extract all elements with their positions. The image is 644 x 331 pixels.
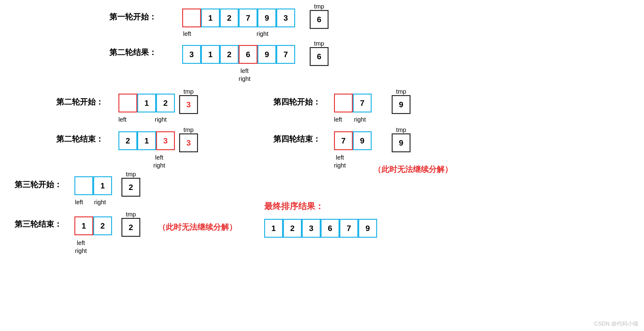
round2start-label: 第二轮开始：: [56, 97, 104, 107]
round4end-label: 第四轮结束：: [273, 134, 321, 144]
round3end-tmp-box: 2: [121, 218, 140, 237]
r2res-4: 9: [257, 45, 276, 64]
watermark: CSDN @代码小猿: [594, 320, 639, 327]
round3end-label: 第三轮结束：: [15, 219, 62, 229]
round1-left-label: left: [183, 30, 191, 38]
r2res-5: 7: [276, 45, 295, 64]
round1-cell-3: 7: [239, 9, 257, 27]
round4end-tmp-box: 9: [392, 133, 411, 152]
r4s-0: [334, 94, 353, 112]
r2e-2: 3: [156, 131, 175, 150]
round4start-right-label: right: [354, 116, 366, 123]
round4end-array: 7 9: [334, 131, 372, 150]
round2result-tmp-box: 6: [310, 47, 329, 66]
round2end-leftright-label: left right: [153, 153, 165, 169]
final-2: 3: [302, 219, 321, 238]
round3start-array: 1: [74, 176, 112, 195]
final-1: 2: [283, 219, 302, 238]
round3-note: （此时无法继续分解）: [158, 222, 237, 233]
r3e-1: 2: [93, 216, 112, 235]
r3e-0: 1: [74, 216, 93, 235]
round4start-array: 7: [334, 94, 372, 112]
final-array: 1 2 3 6 7 9: [264, 219, 377, 238]
round4start-tmp-box: 9: [392, 95, 411, 114]
round1-tmp-label: tmp 6: [310, 3, 329, 29]
r2res-3: 6: [239, 45, 257, 64]
round3end-array: 1 2: [74, 216, 112, 235]
round2result-leftright-label: left right: [239, 67, 250, 83]
round1-label: 第一轮开始：: [109, 12, 157, 22]
round4end-leftright-label: left right: [334, 153, 346, 169]
round2start-right-label: right: [155, 116, 167, 123]
round2end-label: 第二轮结束：: [56, 134, 104, 144]
round1-cell-0: [182, 9, 201, 27]
round1-tmp-box: 6: [310, 10, 329, 29]
round1-cell-4: 9: [257, 9, 276, 27]
r4e-0: 7: [334, 131, 353, 150]
final-0: 1: [264, 219, 283, 238]
round2start-tmp-box: 3: [179, 95, 198, 114]
r4e-1: 9: [353, 131, 372, 150]
round4end-tmp-label: tmp 9: [392, 126, 411, 152]
round3start-right-label: right: [94, 198, 106, 206]
round2result-array: 3 1 2 6 9 7: [182, 45, 295, 64]
final-4: 7: [339, 219, 358, 238]
round4start-tmp-label: tmp 9: [392, 88, 411, 114]
r4s-1: 7: [353, 94, 372, 112]
round2start-array: 1 2: [118, 94, 175, 112]
r2e-1: 1: [137, 131, 156, 150]
r2e-0: 2: [118, 131, 137, 150]
round3end-leftright-label: left right: [75, 239, 87, 255]
r2s-2: 2: [156, 94, 175, 112]
round2end-array: 2 1 3: [118, 131, 175, 150]
round2start-tmp-label: tmp 3: [179, 88, 198, 114]
round3start-tmp-box: 2: [121, 178, 140, 197]
round2end-tmp-label: tmp 3: [179, 126, 198, 152]
round4start-label: 第四轮开始：: [273, 97, 321, 107]
round3start-tmp-label: tmp 2: [121, 171, 140, 197]
round1-cell-5: 3: [276, 9, 295, 27]
r2s-1: 1: [137, 94, 156, 112]
r3s-0: [74, 176, 93, 195]
round2result-label: 第二轮结果：: [109, 47, 157, 58]
round3start-label: 第三轮开始：: [15, 179, 62, 190]
round3end-tmp-label: tmp 2: [121, 211, 140, 237]
round1-right-label: right: [257, 30, 268, 38]
round2end-tmp-box: 3: [179, 133, 198, 152]
r2res-2: 2: [220, 45, 239, 64]
final-5: 9: [358, 219, 377, 238]
round3start-left-label: left: [75, 198, 83, 206]
r2res-0: 3: [182, 45, 201, 64]
round1-cell-2: 2: [220, 9, 239, 27]
round4start-left-label: left: [334, 116, 342, 123]
round2start-left-label: left: [118, 116, 127, 123]
final-3: 6: [321, 219, 339, 238]
round4-note: （此时无法继续分解）: [373, 164, 452, 175]
round2result-tmp-label: tmp 6: [310, 40, 329, 66]
round1-cell-1: 1: [201, 9, 220, 27]
r2res-1: 1: [201, 45, 220, 64]
final-label: 最终排序结果：: [264, 201, 324, 212]
r3s-1: 1: [93, 176, 112, 195]
r2s-0: [118, 94, 137, 112]
round1-array: 1 2 7 9 3: [182, 9, 295, 27]
